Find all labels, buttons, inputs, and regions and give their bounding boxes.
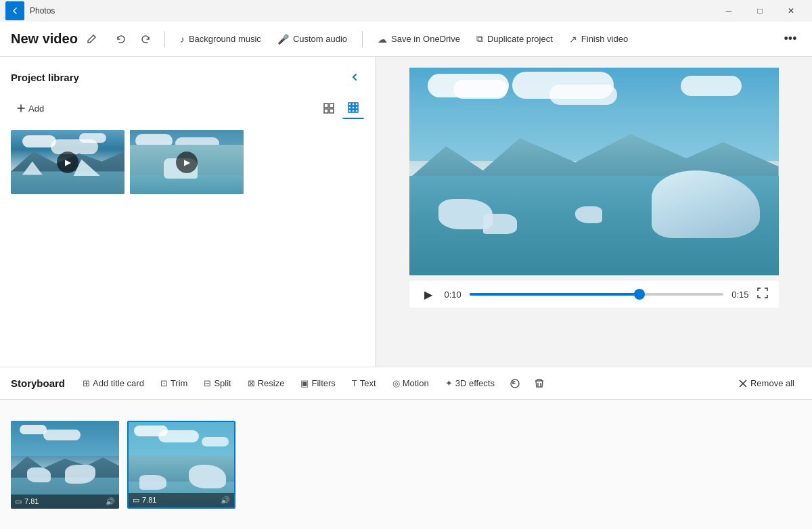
toolbar-separator-1: [164, 31, 165, 47]
svg-rect-12: [355, 110, 358, 112]
save-onedrive-label: Save in OneDrive: [391, 34, 460, 44]
split-button[interactable]: ⊟ Split: [197, 375, 238, 391]
add-title-card-label: Add title card: [93, 378, 144, 388]
trim-button[interactable]: ⊡ Trim: [154, 375, 195, 391]
motion-button[interactable]: ◎ Motion: [386, 375, 436, 391]
progress-thumb[interactable]: [634, 289, 645, 300]
grid-small-view-button[interactable]: [342, 97, 364, 119]
window-controls: ─ □ ✕: [713, 0, 807, 22]
text-icon: T: [352, 378, 357, 388]
progress-fill: [470, 293, 640, 296]
undo-clip-button[interactable]: [504, 373, 526, 394]
svg-rect-9: [355, 106, 358, 109]
clip-2-play-icon: ▶: [176, 152, 198, 173]
progress-bar[interactable]: [470, 293, 723, 296]
video-frame: [409, 68, 779, 275]
custom-audio-label: Custom audio: [293, 34, 347, 44]
storyboard-title: Storyboard: [11, 377, 65, 389]
svg-rect-3: [330, 109, 334, 113]
trim-icon: ⊡: [160, 378, 168, 388]
storyboard-area: Storyboard ⊞ Add title card ⊡ Trim ⊟ Spl…: [0, 367, 812, 529]
background-music-label: Background music: [189, 34, 261, 44]
clip-1-time: 7.81: [24, 497, 39, 505]
effects-3d-label: 3D effects: [455, 378, 495, 388]
duplicate-label: Duplicate project: [487, 34, 553, 44]
svg-rect-1: [330, 104, 334, 108]
library-header: Project library: [11, 68, 364, 87]
clip-2-footer: ▭ 7.81 🔊: [129, 493, 234, 507]
maximize-button[interactable]: □: [744, 0, 775, 22]
title-bar: Photos ─ □ ✕: [0, 0, 812, 22]
clip-icon: ▭: [15, 497, 22, 506]
motion-label: Motion: [403, 378, 429, 388]
delete-clip-button[interactable]: [528, 373, 550, 394]
project-title: New video: [11, 31, 78, 47]
undo-button[interactable]: [110, 28, 132, 50]
resize-button[interactable]: ⊠ Resize: [241, 375, 292, 391]
clip-1-duration: ▭ 7.81: [15, 497, 39, 506]
duplicate-icon: ⧉: [476, 33, 483, 45]
add-title-card-button[interactable]: ⊞ Add title card: [76, 375, 151, 391]
minimize-button[interactable]: ─: [713, 0, 744, 22]
remove-all-label: Remove all: [750, 378, 794, 388]
finish-video-button[interactable]: ↗ Finish video: [562, 30, 635, 49]
remove-all-button[interactable]: Remove all: [731, 375, 801, 391]
clip-1-sound: 🔊: [106, 497, 115, 506]
filters-label: Filters: [311, 378, 335, 388]
svg-rect-6: [355, 103, 358, 106]
svg-rect-4: [348, 103, 351, 106]
edit-title-icon[interactable]: [83, 31, 99, 47]
finish-video-label: Finish video: [581, 34, 628, 44]
split-label: Split: [214, 378, 231, 388]
play-button[interactable]: ▶: [420, 286, 436, 302]
back-button[interactable]: [5, 1, 24, 20]
redo-button[interactable]: [135, 28, 156, 50]
storyboard-toolbar: Storyboard ⊞ Add title card ⊡ Trim ⊟ Spl…: [0, 367, 812, 400]
clip-icon-2: ▭: [133, 496, 139, 505]
clip-1-overlay: ▶: [11, 130, 125, 194]
background-music-button[interactable]: ♪ Background music: [173, 30, 268, 49]
clip-2-sound: 🔊: [221, 496, 230, 505]
library-toolbar: Add: [11, 97, 364, 119]
svg-rect-11: [352, 110, 355, 112]
app-name: Photos: [30, 6, 708, 16]
close-button[interactable]: ✕: [775, 0, 807, 22]
svg-rect-8: [352, 106, 355, 109]
sound-icon-2: 🔊: [221, 496, 230, 505]
split-icon: ⊟: [204, 378, 211, 388]
main-area: Project library Add: [0, 57, 812, 367]
total-time: 0:15: [731, 290, 748, 300]
add-media-button[interactable]: Add: [11, 101, 49, 116]
text-button[interactable]: T Text: [345, 375, 383, 391]
custom-audio-button[interactable]: 🎤 Custom audio: [271, 30, 354, 49]
story-clip-2[interactable]: ▭ 7.81 🔊: [127, 421, 235, 509]
effects-3d-button[interactable]: ✦ 3D effects: [438, 375, 501, 391]
project-library-panel: Project library Add: [0, 57, 376, 367]
filters-button[interactable]: ▣ Filters: [294, 375, 342, 391]
main-toolbar: New video ♪ Background music 🎤 Custom au…: [0, 22, 812, 57]
duplicate-project-button[interactable]: ⧉ Duplicate project: [470, 29, 560, 49]
current-time: 0:10: [445, 290, 461, 300]
library-clip-1[interactable]: ▶: [11, 130, 125, 194]
audio-icon: 🎤: [277, 34, 289, 45]
onedrive-icon: ☁: [378, 34, 387, 45]
save-onedrive-button[interactable]: ☁ Save in OneDrive: [371, 30, 467, 49]
story-clip-1[interactable]: ▭ 7.81 🔊: [11, 421, 119, 509]
video-preview-panel: ▶ 0:10 0:15: [376, 57, 812, 367]
video-controls: ▶ 0:10 0:15: [409, 281, 779, 308]
clip-1-play-icon: ▶: [57, 152, 78, 173]
svg-rect-5: [352, 103, 355, 106]
fullscreen-button[interactable]: [757, 288, 768, 301]
library-clip-2[interactable]: ▶: [130, 130, 244, 194]
add-label: Add: [28, 104, 44, 114]
resize-label: Resize: [258, 378, 285, 388]
grid-large-view-button[interactable]: [318, 97, 340, 119]
motion-icon: ◎: [392, 378, 400, 388]
clip-2-duration: ▭ 7.81: [133, 496, 156, 505]
more-options-button[interactable]: •••: [780, 28, 801, 50]
media-grid: ▶ ▶: [11, 130, 364, 194]
clip-2-time: 7.81: [142, 496, 156, 504]
collapse-library-button[interactable]: [345, 68, 364, 87]
svg-rect-0: [324, 104, 328, 108]
export-icon: ↗: [569, 34, 577, 45]
